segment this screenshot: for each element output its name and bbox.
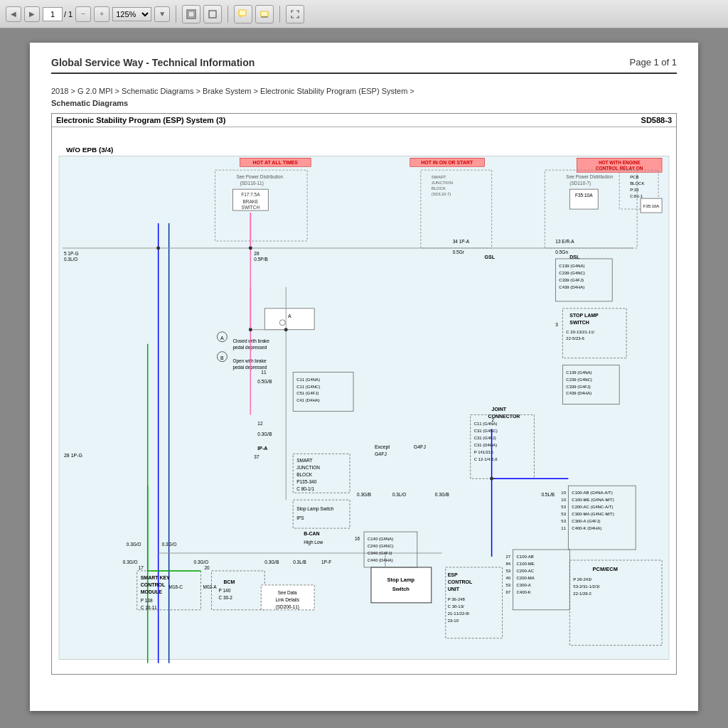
svg-text:C400-K: C400-K [517, 590, 531, 594]
page-number-input[interactable] [43, 7, 63, 21]
fit-page-button[interactable] [182, 5, 200, 23]
svg-text:C31 (D4HA): C31 (D4HA) [474, 443, 498, 447]
svg-text:BLOCK: BLOCK [432, 186, 446, 191]
svg-rect-1 [188, 11, 194, 17]
svg-text:27: 27 [506, 555, 511, 559]
svg-text:(SD110-11): (SD110-11) [240, 181, 263, 186]
breadcrumb-section: Schematic Diagrams [51, 99, 128, 107]
svg-text:(SD110-7): (SD110-7) [569, 181, 591, 186]
svg-text:C 10-11: C 10-11 [141, 605, 157, 610]
svg-text:JUNCTION: JUNCTION [432, 181, 453, 185]
svg-text:C200-MA: C200-MA [517, 576, 535, 580]
zoom-dropdown-arrow[interactable]: ▼ [154, 6, 170, 22]
svg-text:P 26-243/: P 26-243/ [573, 577, 592, 582]
svg-text:53: 53 [561, 505, 566, 509]
svg-text:B: B [220, 355, 224, 360]
svg-text:P 36-248: P 36-248 [448, 597, 466, 601]
svg-text:JOINT: JOINT [492, 407, 507, 412]
svg-text:P135-340: P135-340 [296, 479, 316, 484]
svg-text:0.3L/O: 0.3L/O [64, 257, 77, 262]
svg-text:3: 3 [555, 322, 558, 327]
svg-text:G4FJ: G4FJ [414, 444, 426, 449]
page-header: Global Service Way - Technical Informati… [51, 57, 677, 74]
svg-text:12: 12 [257, 421, 263, 426]
svg-text:C 30-13/: C 30-13/ [448, 604, 464, 609]
svg-text:C31 (G4FJ): C31 (G4FJ) [474, 436, 496, 440]
svg-text:JUNCTION: JUNCTION [296, 465, 320, 470]
svg-text:Stop Lamp Switch: Stop Lamp Switch [296, 506, 334, 512]
svg-text:PCB: PCB [630, 175, 638, 179]
svg-text:0.3G/B: 0.3G/B [357, 492, 371, 497]
svg-text:See Data: See Data [278, 590, 297, 595]
svg-text:84: 84 [506, 562, 511, 566]
svg-text:C339 (G4FJ): C339 (G4FJ) [559, 278, 584, 282]
svg-text:C200-AC: C200-AC [517, 569, 535, 573]
svg-text:0.5L/B: 0.5L/B [541, 492, 555, 497]
svg-text:0.3G/B: 0.3G/B [264, 560, 279, 564]
toolbar: ◀ ▶ / 1 − + 125% 100% 75% 150% ▼ [0, 0, 728, 28]
svg-text:Stop Lamp: Stop Lamp [387, 577, 415, 583]
svg-text:10: 10 [561, 498, 566, 502]
svg-text:0.3L/O: 0.3L/O [392, 492, 406, 497]
zoom-dropdown[interactable]: 125% 100% 75% 150% [112, 7, 151, 21]
svg-rect-68 [264, 309, 314, 330]
comment-button[interactable] [234, 5, 252, 23]
svg-text:1P-F: 1P-F [321, 560, 331, 564]
svg-text:C31 (G4NC): C31 (G4NC) [474, 429, 498, 433]
svg-text:11: 11 [261, 370, 267, 375]
actual-size-button[interactable] [203, 5, 222, 23]
svg-text:0.3G/B: 0.3G/B [257, 432, 272, 437]
diagram-container: Electronic Stability Program (ESP) Syste… [51, 113, 677, 675]
forward-button[interactable]: ▶ [24, 6, 40, 22]
svg-text:IP-A: IP-A [257, 446, 267, 451]
zoom-out-button[interactable]: − [75, 6, 91, 22]
svg-text:21-11/22-8/: 21-11/22-8/ [448, 611, 470, 616]
svg-text:SMART KEY: SMART KEY [141, 575, 170, 580]
svg-text:16: 16 [355, 536, 360, 541]
svg-text:SMART: SMART [432, 175, 446, 179]
page-separator: / 1 [64, 10, 73, 18]
svg-text:C239 (G4NC): C239 (G4NC) [566, 378, 592, 382]
svg-text:0.3G/O: 0.3G/O [123, 560, 138, 564]
zoom-in-button[interactable]: + [94, 6, 109, 22]
highlight-button[interactable] [255, 5, 274, 23]
svg-point-53 [249, 246, 252, 250]
svg-text:22-1/29-2: 22-1/29-2 [573, 592, 592, 596]
svg-text:C439 (D4HA): C439 (D4HA) [559, 285, 584, 289]
svg-text:C440 (D4HA): C440 (D4HA) [368, 558, 393, 562]
svg-text:P:33: P:33 [630, 188, 639, 192]
svg-text:PCM/ECM: PCM/ECM [593, 566, 618, 572]
svg-text:High    Low: High Low [304, 540, 323, 545]
svg-text:M16-C: M16-C [169, 584, 183, 589]
svg-text:10: 10 [561, 491, 566, 495]
svg-text:HOT AT ALL TIMES: HOT AT ALL TIMES [253, 160, 299, 165]
svg-text:40: 40 [506, 576, 511, 580]
page-navigation: / 1 [43, 7, 73, 21]
svg-text:HOT IN ON OR START: HOT IN ON OR START [421, 160, 473, 165]
page-container: Global Service Way - Technical Informati… [30, 43, 698, 711]
svg-text:pedal depressed: pedal depressed [232, 345, 267, 350]
svg-text:53: 53 [506, 569, 511, 573]
svg-text:Closed with brake: Closed with brake [232, 338, 269, 343]
expand-button[interactable] [286, 5, 304, 23]
svg-text:CONTROL: CONTROL [141, 582, 166, 587]
svg-text:2: 2 [492, 417, 495, 422]
svg-point-207 [284, 328, 288, 331]
svg-text:GSL: GSL [485, 255, 496, 259]
svg-text:BCM: BCM [223, 579, 235, 584]
svg-text:C239 (G4NC): C239 (G4NC) [559, 271, 585, 275]
diagram-code: SD588-3 [641, 116, 672, 124]
svg-text:C100-AB (G4NA-A/T): C100-AB (G4NA-A/T) [572, 491, 612, 495]
svg-text:C240 (G4NC): C240 (G4NC) [368, 544, 394, 548]
back-button[interactable]: ◀ [6, 6, 21, 22]
document-area: Global Service Way - Technical Informati… [0, 28, 728, 728]
svg-text:C339 (G4FJ): C339 (G4FJ) [566, 385, 591, 389]
svg-text:BLOCK: BLOCK [296, 472, 313, 477]
breadcrumb-path: 2018 > G 2.0 MPI > Schematic Diagrams > … [51, 87, 414, 95]
svg-text:P 140: P 140 [218, 588, 230, 593]
diagram-content: W/O EPB (3/4) HOT AT ALL TIMES HOT IN ON… [52, 127, 676, 670]
svg-text:BLOCK: BLOCK [630, 181, 644, 186]
svg-text:23-10: 23-10 [448, 619, 459, 623]
svg-text:53: 53 [561, 512, 566, 516]
svg-text:F35:10A: F35:10A [643, 204, 660, 208]
